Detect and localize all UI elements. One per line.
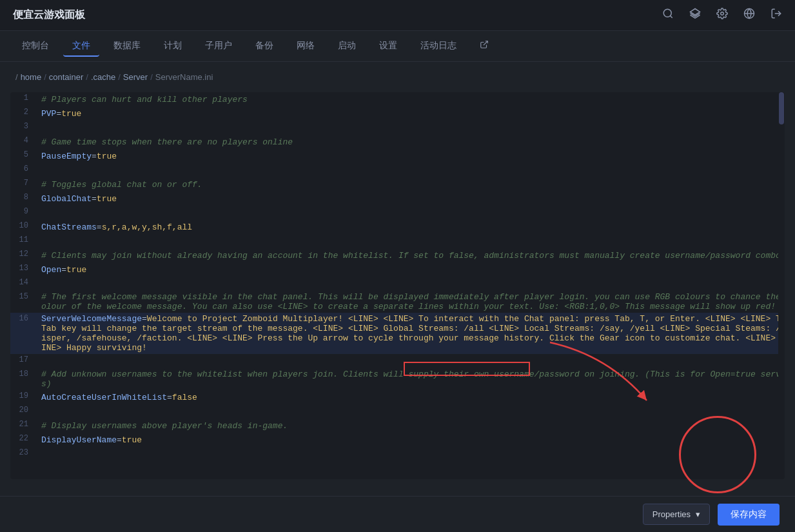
app-title: 便宜云游戏面板 [13,8,662,22]
code-line-5: 5 PauseEmpty=true [10,149,785,163]
code-line-9: 9 [10,206,785,220]
breadcrumb-sep: / [15,72,18,82]
nav-startup[interactable]: 启动 [329,36,365,57]
code-line-8: 8 GlobalChat=true [10,192,785,206]
code-line-15: 15 # The first welcome message visible i… [10,291,785,313]
code-line-21: 21 # Display usernames above player's he… [10,419,785,433]
breadcrumb-cache[interactable]: .cache [91,72,115,82]
svg-line-1 [670,15,672,17]
code-line-18: 18 # Add unknown usernames to the whitel… [10,368,785,390]
secondary-nav: 控制台 文件 数据库 计划 子用户 备份 网络 启动 设置 活动日志 [0,31,795,62]
properties-select[interactable]: Properties ▾ [643,504,710,525]
signout-icon[interactable] [770,8,782,23]
svg-point-3 [721,12,724,15]
svg-point-0 [663,9,671,17]
nav-files[interactable]: 文件 [63,36,99,57]
code-line-13: 13 Open=true [10,262,785,277]
breadcrumb-server[interactable]: Server [123,72,148,82]
nav-console[interactable]: 控制台 [13,36,58,57]
code-line-11: 11 [10,234,785,248]
code-table: 1 # Players can hurt and kill other play… [10,92,785,461]
breadcrumb: / home / container / .cache / Server / S… [0,62,795,92]
code-line-10: 10 ChatStreams=s,r,a,w,y,sh,f,all [10,220,785,234]
layers-icon[interactable] [689,8,701,23]
code-line-16: 16 ServerWelcomeMessage=Welcome to Proje… [10,313,785,354]
code-line-22: 22 DisplayUserName=true [10,433,785,447]
nav-activity[interactable]: 活动日志 [411,36,466,57]
nav-network[interactable]: 网络 [288,36,324,57]
search-icon[interactable] [662,8,674,23]
code-line-17: 17 [10,354,785,368]
breadcrumb-home[interactable]: home [21,72,42,82]
code-line-19: 19 AutoCreateUserInWhiteList=false [10,390,785,404]
code-line-3: 3 [10,121,785,135]
code-line-23: 23 [10,447,785,461]
save-button[interactable]: 保存内容 [718,504,780,526]
scroll-thumb[interactable] [779,92,784,124]
code-line-1: 1 # Players can hurt and kill other play… [10,92,785,106]
code-line-6: 6 [10,163,785,177]
scrollbar[interactable] [778,92,785,479]
code-line-20: 20 [10,404,785,419]
properties-label: Properties [653,509,691,519]
code-line-2: 2 PVP=true [10,106,785,121]
breadcrumb-filename: ServerName.ini [155,72,213,82]
editor-container: 1 # Players can hurt and kill other play… [10,92,785,479]
nav-plan[interactable]: 计划 [155,36,191,57]
svg-line-7 [484,41,487,45]
code-line-7: 7 # Toggles global chat on or off. [10,177,785,192]
dropdown-arrow: ▾ [696,509,700,519]
top-icons [662,8,782,23]
top-bar: 便宜云游戏面板 [0,0,795,31]
nav-external[interactable] [471,36,498,56]
settings-icon[interactable] [716,8,728,23]
nav-settings[interactable]: 设置 [370,36,406,57]
nav-backup[interactable]: 备份 [246,36,282,57]
nav-database[interactable]: 数据库 [104,36,150,57]
code-line-12: 12 # Clients may join without already ha… [10,248,785,262]
globe-icon[interactable] [743,8,755,23]
breadcrumb-container[interactable]: container [49,72,83,82]
code-line-4: 4 # Game time stops when there are no pl… [10,135,785,149]
code-line-14: 14 [10,277,785,291]
nav-subuser[interactable]: 子用户 [196,36,241,57]
editor-scroll[interactable]: 1 # Players can hurt and kill other play… [10,92,785,479]
bottom-bar: Properties ▾ 保存内容 [0,496,795,532]
